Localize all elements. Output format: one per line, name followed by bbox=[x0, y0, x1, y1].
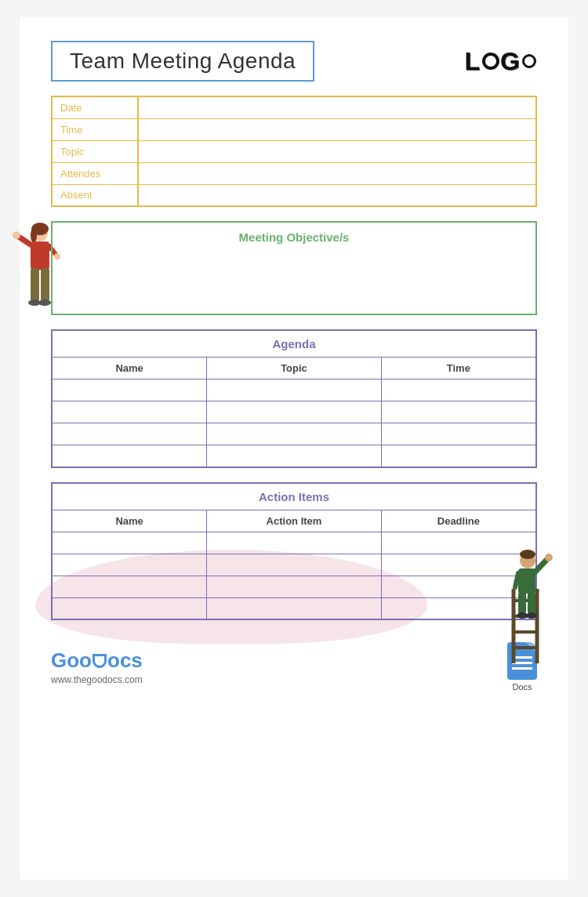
svg-point-11 bbox=[38, 300, 51, 306]
brand-ocs: ocs bbox=[107, 648, 143, 672]
svg-point-26 bbox=[517, 612, 528, 619]
action-row-4 bbox=[52, 597, 536, 619]
svg-point-2 bbox=[31, 227, 37, 243]
svg-point-27 bbox=[526, 612, 537, 619]
svg-line-23 bbox=[515, 573, 518, 587]
brand-d-icon bbox=[93, 654, 107, 668]
logo-text: L bbox=[465, 47, 482, 76]
action-table: Action Items Name Action Item Deadline bbox=[51, 482, 537, 621]
label-topic: Topic bbox=[52, 140, 138, 162]
label-attendes: Attendes bbox=[52, 162, 138, 184]
footer-left: Goo ocs www.thegoodocs.com bbox=[51, 648, 143, 685]
action-row-2 bbox=[52, 554, 536, 576]
footer-url: www.thegoodocs.com bbox=[51, 674, 143, 685]
svg-rect-8 bbox=[31, 268, 39, 301]
svg-point-19 bbox=[520, 550, 535, 559]
svg-point-5 bbox=[13, 231, 20, 239]
svg-point-22 bbox=[545, 554, 553, 561]
action-row-1 bbox=[52, 532, 536, 554]
svg-rect-25 bbox=[528, 592, 535, 614]
brand-goo: Goo bbox=[51, 648, 92, 672]
agenda-table: Agenda Name Topic Time bbox=[51, 329, 537, 468]
agenda-title: Agenda bbox=[52, 330, 536, 358]
value-absent bbox=[138, 184, 536, 206]
agenda-col-headers: Name Topic Time bbox=[52, 358, 536, 380]
man-illustration bbox=[498, 542, 561, 667]
value-attendes bbox=[138, 162, 536, 184]
agenda-col-topic: Topic bbox=[207, 358, 381, 380]
info-table: Date Time Topic Attendes Absent bbox=[51, 96, 537, 207]
header: Team Meeting Agenda LG bbox=[51, 41, 537, 82]
info-row-time: Time bbox=[52, 118, 536, 140]
action-row-3 bbox=[52, 576, 536, 597]
docs-label: Docs bbox=[512, 682, 532, 692]
objectives-section: Meeting Objective/s bbox=[51, 221, 537, 315]
agenda-row-4 bbox=[52, 445, 536, 467]
action-title: Action Items bbox=[52, 483, 536, 510]
page-title: Team Meeting Agenda bbox=[51, 41, 314, 82]
agenda-col-name: Name bbox=[52, 358, 207, 380]
value-time bbox=[138, 118, 536, 140]
action-wrapper: Action Items Name Action Item Deadline bbox=[51, 482, 537, 621]
objectives-title: Meeting Objective/s bbox=[64, 231, 524, 244]
svg-rect-9 bbox=[41, 268, 49, 301]
footer: Goo ocs www.thegoodocs.com Docs bbox=[51, 642, 537, 692]
svg-rect-24 bbox=[518, 592, 526, 614]
value-date bbox=[138, 96, 536, 118]
agenda-row-1 bbox=[52, 380, 536, 401]
value-topic bbox=[138, 140, 536, 162]
agenda-section-header-row: Agenda bbox=[52, 330, 536, 358]
logo-g: G bbox=[500, 47, 521, 76]
action-col-item: Action Item bbox=[207, 510, 381, 532]
agenda-row-3 bbox=[52, 423, 536, 445]
gooddocs-logo: Goo ocs bbox=[51, 648, 143, 673]
action-col-deadline: Deadline bbox=[381, 510, 536, 532]
agenda-row-2 bbox=[52, 401, 536, 423]
info-row-topic: Topic bbox=[52, 140, 536, 162]
logo: LG bbox=[465, 47, 537, 76]
label-absent: Absent bbox=[52, 184, 138, 206]
page: Team Meeting Agenda LG Date Time Topic A… bbox=[20, 17, 568, 880]
brand-d bbox=[92, 653, 107, 667]
action-table-container: Action Items Name Action Item Deadline bbox=[51, 482, 537, 621]
logo-o2 bbox=[522, 54, 536, 68]
info-row-attendes: Attendes bbox=[52, 162, 536, 184]
svg-rect-3 bbox=[31, 242, 49, 270]
label-date: Date bbox=[52, 96, 138, 118]
action-section-header-row: Action Items bbox=[52, 483, 536, 510]
logo-o1 bbox=[482, 53, 499, 70]
action-col-name: Name bbox=[52, 510, 207, 532]
info-row-date: Date bbox=[52, 96, 536, 118]
info-row-absent: Absent bbox=[52, 184, 536, 206]
label-time: Time bbox=[52, 118, 138, 140]
action-col-headers: Name Action Item Deadline bbox=[52, 510, 536, 532]
agenda-col-time: Time bbox=[381, 358, 536, 380]
